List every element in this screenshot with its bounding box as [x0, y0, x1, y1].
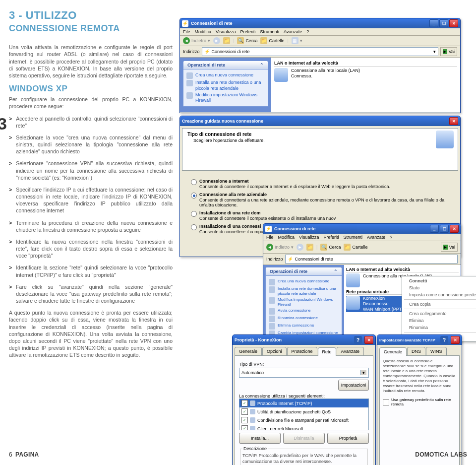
task-item[interactable]: Modifica impostazioni Windows Firewall: [269, 297, 339, 307]
context-item[interactable]: Imposta come connessione predefinita: [402, 291, 476, 298]
task-item[interactable]: Installa una rete domestica o una piccol…: [186, 80, 265, 91]
menu-item[interactable]: Visualizza: [299, 235, 319, 240]
forward-button[interactable]: ►: [213, 37, 220, 44]
window-title: Connessioni di rete: [191, 21, 427, 26]
tab[interactable]: Avanzate: [337, 347, 364, 355]
folders-button[interactable]: 📁Cartelle: [260, 37, 284, 44]
menu-item[interactable]: Avanzate: [284, 29, 302, 34]
desc-heading: Descrizione: [242, 446, 268, 451]
list-row[interactable]: ✓Condivisione file e stampanti per reti …: [239, 416, 368, 424]
close-button[interactable]: ✕: [449, 117, 458, 125]
toolbar: ◄Indietro▾ ► 📁 | 🔍Cerca 📁Cartelle | ▦▾: [180, 36, 460, 46]
close-button[interactable]: ✕: [450, 225, 459, 233]
tab[interactable]: Generale: [379, 347, 407, 356]
context-item[interactable]: Connetti: [402, 277, 476, 284]
task-pane-header[interactable]: Operazioni di rete⌃: [183, 61, 268, 69]
type-combo[interactable]: Automatico▾: [239, 368, 369, 378]
task-item[interactable]: Rinomina connessione: [269, 316, 339, 322]
wizard-option[interactable]: Installazione di una rete domConsente di…: [191, 210, 449, 221]
forward-button[interactable]: ►: [297, 244, 303, 251]
minimize-button[interactable]: _: [430, 225, 439, 233]
task-item[interactable]: Installa una rete domestica o una piccol…: [269, 286, 339, 296]
menu-item[interactable]: Strumenti: [343, 235, 362, 240]
list-row[interactable]: ✓Utilità di pianificazione pacchetti QoS: [239, 407, 368, 416]
tab[interactable]: Generale: [235, 347, 262, 355]
maximize-button[interactable]: ☐: [439, 19, 448, 27]
menu-item[interactable]: Avanzate: [367, 235, 385, 240]
menu-item[interactable]: File: [183, 29, 190, 34]
close-button[interactable]: ✕: [451, 336, 460, 344]
task-item[interactable]: Elimina connessione: [269, 323, 339, 330]
menu-item[interactable]: ?: [390, 235, 392, 240]
minimize-button[interactable]: _: [429, 19, 438, 27]
window-title: Proprietà - KonneXion: [235, 337, 350, 342]
tab[interactable]: WINS: [426, 347, 447, 355]
menu-item[interactable]: Preferiti: [240, 29, 255, 34]
tab[interactable]: Rete: [318, 347, 336, 356]
context-item[interactable]: Stato: [402, 284, 476, 291]
task-pane-body: Crea una nuova connessioneInstalla una r…: [183, 69, 268, 107]
tabs: GeneraleDNSWINS: [379, 347, 460, 355]
menu-bar: FileModificaVisualizzaPreferitiStrumenti…: [263, 234, 461, 241]
screenshots-column: ⚡ Connessioni di rete _ ☐ ✕ FileModifica…: [178, 39, 461, 358]
settings-button[interactable]: Impostazioni: [338, 380, 369, 391]
close-button[interactable]: ✕: [364, 336, 373, 344]
task-item[interactable]: Crea una nuova connessione: [269, 279, 339, 285]
tabs: GeneraleOpzioniProtezioneReteAvanzate: [235, 347, 373, 355]
tab[interactable]: DNS: [407, 347, 425, 355]
network-icon: ⚡: [182, 20, 188, 27]
task-pane-header[interactable]: Operazioni di rete⌃: [265, 267, 342, 276]
folders-button[interactable]: 📁Cartelle: [344, 244, 367, 251]
search-button[interactable]: 🔍Cerca: [320, 244, 341, 251]
menu-item[interactable]: ?: [306, 29, 309, 34]
task-item[interactable]: Avvia connessione: [269, 308, 339, 315]
go-button[interactable]: ►Vai: [441, 243, 458, 252]
components-list[interactable]: ✓Protocollo Internet (TCP/IP)✓Utilità di…: [239, 399, 369, 430]
install-button[interactable]: Installa...: [239, 433, 281, 444]
intro-text: Una volta attivata la remotizzazione e c…: [9, 44, 173, 79]
type-label: Tipo di VPN:: [239, 362, 369, 367]
list-row[interactable]: ✓Protocollo Internet (TCP/IP): [239, 399, 368, 407]
brand: DOMOTICA LABS: [415, 451, 467, 458]
menu-item[interactable]: Strumenti: [260, 29, 279, 34]
context-item[interactable]: Crea collegamento: [402, 310, 476, 317]
menu-item[interactable]: File: [266, 235, 274, 240]
close-button[interactable]: ✕: [449, 19, 458, 27]
list-item[interactable]: Connessione alla rete locale (LAN)Connes…: [274, 68, 457, 82]
tab[interactable]: Protezione: [287, 347, 317, 355]
back-button[interactable]: ◄Indietro▾: [183, 37, 210, 44]
search-button[interactable]: 🔍Cerca: [237, 37, 257, 44]
section-header: LAN o Internet ad alta velocità: [274, 61, 457, 67]
maximize-button[interactable]: ☐: [440, 225, 449, 233]
menu-item[interactable]: Modifica: [278, 235, 295, 240]
context-menu[interactable]: ConnettiStatoImposta come connessione pr…: [402, 276, 476, 342]
go-button[interactable]: ►Vai: [440, 47, 457, 56]
dialog-advanced-tcpip: Impostazioni avanzate TCP/IP ? ✕ General…: [377, 334, 462, 465]
menu-item[interactable]: Visualizza: [216, 29, 236, 34]
task-item[interactable]: Crea una nuova connessione: [186, 72, 265, 79]
task-item[interactable]: Modifica impostazioni Windows Firewall: [186, 92, 265, 104]
lan-icon: [274, 68, 288, 82]
context-item[interactable]: Rinomina: [402, 324, 476, 331]
address-combo[interactable]: ⚡Connessioni di rete▾: [202, 47, 438, 56]
gateway-checkbox[interactable]: [383, 399, 389, 405]
up-button[interactable]: 📁: [223, 37, 230, 44]
properties-button[interactable]: Proprietà: [327, 433, 369, 444]
back-button[interactable]: ◄Indietro▾: [266, 244, 294, 251]
help-button[interactable]: ?: [354, 336, 362, 344]
menu-item[interactable]: Modifica: [195, 29, 212, 34]
context-item[interactable]: Crea copia: [402, 301, 476, 308]
os-sub: Per configurare la connessione del propr…: [9, 96, 173, 110]
context-item[interactable]: Elimina: [402, 317, 476, 324]
help-button[interactable]: ?: [440, 336, 448, 344]
address-combo[interactable]: ⚡Connessioni di rete: [285, 255, 458, 264]
wizard-option[interactable]: Connessione alla rete aziendaleConsente …: [191, 192, 449, 207]
up-button[interactable]: 📁: [306, 244, 313, 251]
list-row[interactable]: ✓Client per reti Microsoft: [239, 424, 368, 430]
tab[interactable]: Opzioni: [262, 347, 287, 355]
views-button[interactable]: ▦▾: [292, 37, 302, 44]
address-label: Indirizzo: [183, 49, 200, 54]
uninstall-button: Disinstalla: [283, 433, 325, 444]
wizard-option[interactable]: Connessione a InternetConsente di connet…: [191, 179, 449, 189]
menu-item[interactable]: Preferiti: [323, 235, 339, 240]
